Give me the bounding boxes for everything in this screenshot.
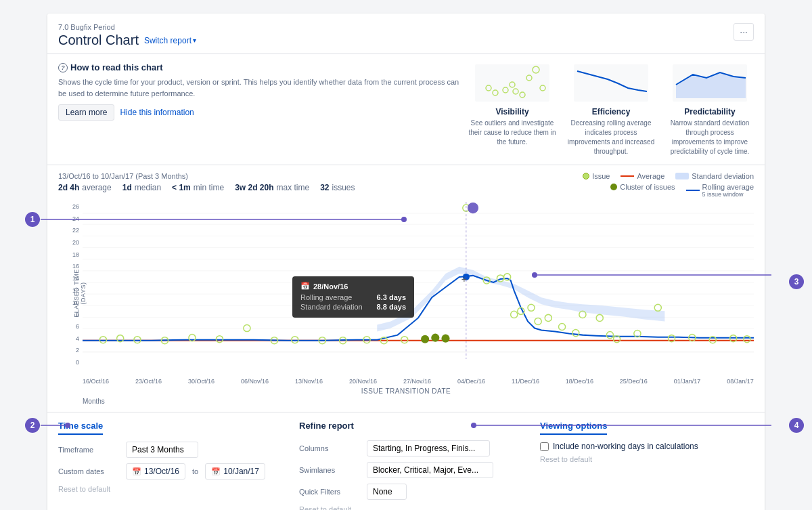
- efficiency-chart-img: [567, 62, 655, 103]
- average-line-icon: [621, 175, 634, 177]
- badge-1: 1: [25, 212, 40, 227]
- time-scale-title: Time scale: [58, 421, 103, 435]
- legend-issue-label: Issue: [592, 172, 610, 180]
- chart-meta: 13/Oct/16 to 10/Jan/17 (Past 3 Months) I…: [58, 172, 754, 180]
- swimlanes-select-wrapper: Blocker, Critical, Major, Eve...: [367, 462, 493, 478]
- issues-label: issues: [332, 183, 355, 192]
- switch-report-label: Switch report: [144, 36, 191, 45]
- timeframe-row: Timeframe Past 3 Months: [58, 442, 272, 458]
- date-to-input[interactable]: 📅 10/Jan/17: [205, 463, 265, 480]
- info-actions: Learn more Hide this information: [58, 104, 468, 121]
- non-working-days-row: Include non-working days in calculations: [540, 442, 754, 451]
- rolling-avg-sub: 5 issue window: [702, 191, 754, 198]
- chevron-down-icon: ▾: [193, 37, 196, 44]
- viewing-reset: Reset to default: [540, 455, 754, 463]
- chart-section: 13/Oct/16 to 10/Jan/17 (Past 3 Months) I…: [47, 165, 765, 412]
- viewing-title: Viewing options: [540, 421, 607, 435]
- more-icon: ···: [740, 26, 748, 37]
- y-18: 18: [72, 251, 79, 258]
- info-card-visibility: Visibility See outliers and investigate …: [468, 62, 556, 156]
- issue-dot: [583, 173, 589, 179]
- x-label-8: 11/Dec/16: [512, 378, 539, 385]
- timeframe-select[interactable]: Past 3 Months: [126, 442, 198, 458]
- quick-filters-label: Quick Filters: [299, 488, 360, 496]
- chart-title-text: Control Chart: [58, 33, 139, 48]
- median-label: median: [135, 183, 161, 192]
- legend-cluster: Cluster of issues: [610, 183, 675, 191]
- svg-point-55: [559, 323, 566, 330]
- chart-container: 26 24 22 20 18 16 14 12 10 8 6 4 2 0 ELA…: [58, 202, 754, 385]
- custom-dates-label: Custom dates: [58, 467, 119, 475]
- bottom-section: Time scale Timeframe Past 3 Months Custo…: [47, 412, 765, 510]
- hide-info-button[interactable]: Hide this information: [120, 104, 194, 121]
- info-section: ? How to read this chart Shows the cycle…: [47, 54, 765, 165]
- y-2: 2: [76, 347, 79, 354]
- stat-max: 3w 2d 20h max time: [235, 183, 309, 192]
- visibility-title: Visibility: [468, 107, 556, 116]
- period-label: 7.0 Bugfix Period: [58, 23, 196, 31]
- date-range-label: 13/Oct/16 to 10/Jan/17 (Past 3 Months): [58, 172, 188, 180]
- efficiency-desc: Decreasing rolling average indicates pro…: [567, 119, 655, 156]
- quick-filters-select-wrapper: None: [367, 484, 407, 500]
- swimlanes-row: Swimlanes Blocker, Critical, Major, Eve.…: [299, 462, 513, 478]
- svg-point-44: [441, 335, 449, 343]
- svg-point-43: [431, 334, 439, 342]
- x-label-1: 23/Oct/16: [135, 378, 162, 385]
- more-options-button[interactable]: ···: [734, 23, 754, 41]
- annotation-2: 2: [25, 418, 40, 433]
- timeframe-label: Timeframe: [58, 446, 119, 454]
- swimlanes-select[interactable]: Blocker, Critical, Major, Eve...: [367, 462, 493, 478]
- refine-panel: Refine report Columns Starting, In Progr…: [299, 421, 513, 510]
- date-to-separator: to: [192, 467, 198, 475]
- average-value: 2d 4h: [58, 183, 79, 192]
- std-dev-icon: [675, 173, 689, 179]
- annotation-3: 3: [789, 274, 804, 289]
- max-label: max time: [276, 183, 309, 192]
- y-6: 6: [76, 323, 79, 330]
- info-icon: ?: [58, 63, 68, 72]
- legend-std-dev-label: Standard deviation: [692, 172, 754, 180]
- columns-select-wrapper: Starting, In Progress, Finis...: [367, 440, 490, 456]
- stats-legend-row: 2d 4h average 1d median < 1m min time 3w…: [58, 183, 754, 198]
- x-axis-title: ISSUE TRANSITION DATE: [58, 387, 754, 395]
- svg-marker-26: [377, 267, 664, 332]
- svg-text:+: +: [461, 274, 467, 284]
- columns-select[interactable]: Starting, In Progress, Finis...: [367, 440, 490, 456]
- legend-issue: Issue: [583, 172, 610, 180]
- y-22: 22: [72, 227, 79, 234]
- predictability-desc: Narrow standard deviation through proces…: [666, 119, 754, 156]
- svg-point-49: [504, 274, 511, 280]
- switch-report-btn[interactable]: Switch report ▾: [144, 36, 196, 45]
- badge-2: 2: [25, 418, 40, 433]
- y-20: 20: [72, 239, 79, 246]
- svg-point-53: [535, 318, 541, 324]
- card-header: 7.0 Bugfix Period Control Chart Switch r…: [47, 14, 765, 54]
- x-label-11: 01/Jan/17: [674, 378, 701, 385]
- efficiency-title: Efficiency: [567, 107, 655, 116]
- legend-rolling-avg: Rolling average 5 issue window: [686, 183, 754, 198]
- x-label-0: 16/Oct/16: [83, 378, 109, 385]
- non-working-days-checkbox[interactable]: [540, 442, 549, 451]
- y-4: 4: [76, 335, 79, 342]
- columns-label: Columns: [299, 444, 360, 452]
- svg-point-42: [421, 335, 429, 343]
- x-label-6: 27/Nov/16: [403, 378, 431, 385]
- date-to-value: 10/Jan/17: [223, 467, 259, 476]
- svg-point-54: [545, 314, 551, 321]
- stat-median: 1d median: [122, 183, 161, 192]
- svg-rect-0: [475, 64, 549, 102]
- chart-title: Control Chart Switch report ▾: [58, 33, 196, 48]
- date-from-input[interactable]: 📅 13/Oct/16: [126, 463, 185, 480]
- legend-average: Average: [621, 172, 664, 180]
- info-card-predictability: Predictability Narrow standard deviation…: [666, 62, 754, 156]
- svg-point-34: [244, 325, 250, 332]
- columns-row: Columns Starting, In Progress, Finis...: [299, 440, 513, 456]
- learn-more-button[interactable]: Learn more: [58, 104, 114, 121]
- max-value: 3w 2d 20h: [235, 183, 273, 192]
- y-0: 0: [76, 359, 79, 366]
- legend-rolling-avg-text: Rolling average 5 issue window: [702, 183, 754, 198]
- min-value: < 1m: [172, 183, 191, 192]
- quick-filters-select[interactable]: None: [367, 484, 407, 500]
- svg-point-68: [468, 203, 478, 213]
- y-24: 24: [72, 215, 79, 222]
